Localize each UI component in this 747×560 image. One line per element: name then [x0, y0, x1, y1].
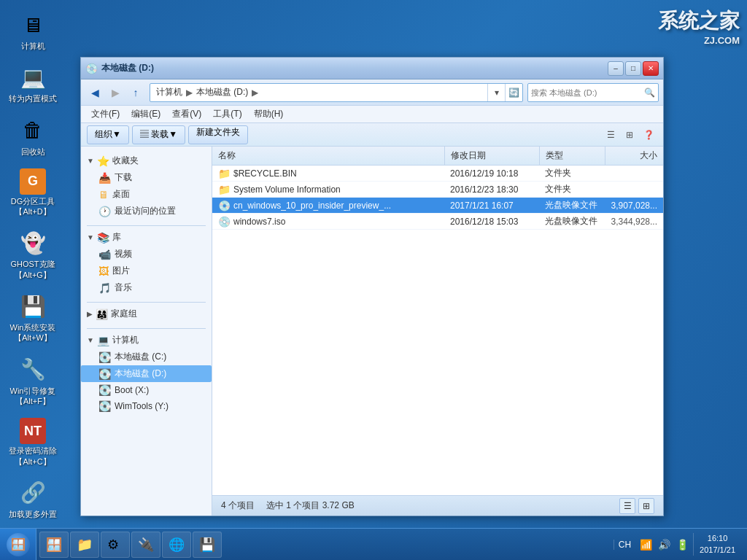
status-details-view-button[interactable]: ⊞ [638, 498, 654, 514]
search-input[interactable] [528, 88, 640, 97]
nav-item-recent-label: 最近访问的位置 [115, 205, 176, 217]
taskbar-item-3[interactable]: 🔌 [131, 532, 160, 558]
minimize-button[interactable]: – [608, 61, 624, 76]
music-folder-icon: 🎵 [98, 282, 111, 294]
file-win7iso-name: windows7.iso [233, 217, 285, 227]
taskbar-item-1[interactable]: 📁 [70, 532, 99, 558]
taskbar-icon-4: 🌐 [169, 537, 185, 553]
menu-edit[interactable]: 编辑(E) [125, 106, 166, 122]
nav-item-drive-y-label: WimTools (Y:) [115, 401, 169, 411]
taskbar-item-2[interactable]: ⚙ [101, 532, 130, 558]
nav-item-recent[interactable]: 🕐 最近访问的位置 [81, 203, 212, 219]
branding-name: 系统之家 [658, 7, 740, 35]
col-date-header[interactable]: 修改日期 [444, 147, 539, 165]
file-sysvolinfo-size [605, 188, 663, 191]
nav-item-desktop[interactable]: 🖥 桌面 [81, 186, 212, 203]
address-dropdown[interactable]: ▾ [487, 83, 505, 102]
desktop-icon-dg[interactable]: G DG分区工具【Alt+D】 [5, 166, 61, 220]
tray-battery-icon[interactable]: 🔋 [675, 537, 690, 552]
desktop-icon-recycle[interactable]: 🗑 回收站 [5, 113, 61, 160]
file-sysvolinfo-name: System Volume Information [233, 184, 341, 195]
forward-button[interactable]: ▶ [106, 83, 125, 102]
favorites-header[interactable]: ▼ ⭐ 收藏夹 [81, 152, 212, 169]
maximize-button[interactable]: □ [625, 61, 641, 76]
language-indicator[interactable]: CH [614, 540, 635, 550]
start-button[interactable]: 🪟 [0, 529, 36, 561]
col-name-header[interactable]: 名称 [212, 147, 444, 165]
file-row-win7iso[interactable]: 💿 windows7.iso 2016/12/18 15:03 光盘映像文件 3… [212, 214, 663, 230]
up-button[interactable]: ↑ [126, 83, 145, 102]
desktop-icon-pwdclear[interactable]: NT 登录密码清除【Alt+C】 [5, 415, 61, 470]
nav-item-download[interactable]: 📥 下载 [81, 169, 212, 186]
menu-file[interactable]: 文件(F) [85, 106, 125, 122]
clock-time: 16:10 [708, 533, 728, 544]
desktop-icon-loadmore[interactable]: 🔗 加载更多外置 [5, 475, 61, 522]
desktop-icon-ghost[interactable]: 👻 GHOST克隆【Alt+G】 [5, 225, 61, 283]
nav-item-drive-y[interactable]: 💽 WimTools (Y:) [81, 398, 212, 414]
file-row-recycle[interactable]: 📁 $RECYCLE.BIN 2016/12/19 10:18 文件夹 [212, 166, 663, 182]
file-header: 名称 修改日期 类型 大小 [212, 147, 663, 166]
address-bar: 计算机 ▶ 本地磁盘 (D:) ▶ ▾ 🔄 [150, 83, 523, 102]
taskbar-clock[interactable]: 16:10 2017/1/21 [693, 533, 741, 556]
branding: 系统之家 ZJ.COM [658, 7, 740, 46]
homegroup-header[interactable]: ▶ 👨‍👩‍👧 家庭组 [81, 306, 212, 322]
favorites-expand-icon: ▼ [87, 157, 94, 165]
nav-item-music-label: 音乐 [115, 281, 132, 294]
clock-date: 2017/1/21 [700, 545, 735, 556]
menu-help[interactable]: 帮助(H) [248, 106, 290, 122]
tray-volume-icon[interactable]: 🔊 [657, 537, 672, 552]
nav-item-drive-c[interactable]: 💽 本地磁盘 (C:) [81, 349, 212, 365]
install-button[interactable]: ▤ 装载▼ [132, 125, 185, 144]
nav-item-music[interactable]: 🎵 音乐 [81, 279, 212, 296]
col-size-header[interactable]: 大小 [605, 147, 663, 165]
refresh-button[interactable]: 🔄 [505, 83, 522, 102]
view-toggle-button[interactable]: ⊞ [621, 126, 638, 144]
nav-item-drive-x[interactable]: 💽 Boot (X:) [81, 382, 212, 398]
homegroup-label: 家庭组 [111, 308, 137, 320]
file-recycle-name: $RECYCLE.BIN [233, 168, 297, 179]
crumb-drive[interactable]: 本地磁盘 (D:) [193, 85, 251, 99]
col-type-header[interactable]: 类型 [539, 147, 605, 165]
taskbar-icon-1: 📁 [77, 537, 93, 553]
nav-pane: ▼ ⭐ 收藏夹 📥 下载 🖥 桌面 🕐 最近访问的位置 [81, 147, 212, 516]
new-folder-button[interactable]: 新建文件夹 [188, 125, 248, 144]
organize-button[interactable]: 组织▼ [87, 125, 129, 144]
drive-y-icon: 💽 [98, 400, 111, 412]
taskbar-items: 🪟 📁 ⚙ 🔌 🌐 💾 [36, 532, 608, 558]
status-list-view-button[interactable]: ☰ [619, 498, 635, 514]
menu-view[interactable]: 查看(V) [166, 106, 207, 122]
nav-item-pictures[interactable]: 🖼 图片 [81, 262, 212, 279]
computer-header[interactable]: ▼ 💻 计算机 [81, 332, 212, 349]
crumb-separator-1: ▶ [185, 88, 193, 98]
desktop-icon-wininstall[interactable]: 💾 Win系统安装【Alt+W】 [5, 289, 61, 346]
taskbar-item-4[interactable]: 🌐 [162, 532, 191, 558]
library-header[interactable]: ▼ 📚 库 [81, 229, 212, 246]
taskbar-item-5[interactable]: 💾 [193, 532, 222, 558]
desktop-icon-computer[interactable]: 🖥 计算机 [5, 7, 61, 54]
desktop-icon-winrepair[interactable]: 🔧 Win引导修复【Alt+F】 [5, 352, 61, 410]
drive-c-icon: 💽 [98, 351, 111, 363]
status-view-controls: ☰ ⊞ [619, 498, 654, 514]
favorites-icon: ⭐ [97, 155, 109, 167]
file-row-sysvolinfo[interactable]: 📁 System Volume Information 2016/12/23 1… [212, 182, 663, 198]
view-details-button[interactable]: ☰ [602, 126, 619, 144]
tray-network-icon[interactable]: 📶 [638, 537, 654, 552]
view-help-button[interactable]: ❓ [640, 126, 657, 144]
title-bar: 💿 本地磁盘 (D:) – □ ✕ [81, 58, 663, 79]
menu-tools[interactable]: 工具(T) [207, 106, 247, 122]
taskbar-item-0[interactable]: 🪟 [39, 532, 69, 558]
search-button[interactable]: 🔍 [640, 83, 658, 102]
back-button[interactable]: ◀ [85, 83, 104, 102]
selected-info: 选中 1 个项目 3.72 GB [266, 499, 355, 512]
crumb-computer[interactable]: 计算机 [153, 85, 185, 99]
desktop-icon-embed[interactable]: 💻 转为内置模式 [5, 60, 61, 106]
win7iso-icon: 💿 [218, 216, 231, 228]
crumb-separator-2: ▶ [251, 88, 259, 98]
wininstall-icon: 💾 [18, 292, 47, 321]
computer-nav-label: 计算机 [112, 334, 139, 346]
explorer-window: 💿 本地磁盘 (D:) – □ ✕ ◀ ▶ ↑ 计算机 ▶ 本地磁盘 (D [80, 57, 664, 516]
nav-item-video[interactable]: 📹 视频 [81, 246, 212, 262]
nav-item-drive-d[interactable]: 💽 本地磁盘 (D:) [81, 365, 212, 382]
file-row-win10iso[interactable]: 💿 cn_windows_10_pro_insider_preview_... … [212, 198, 663, 214]
close-button[interactable]: ✕ [643, 61, 659, 76]
